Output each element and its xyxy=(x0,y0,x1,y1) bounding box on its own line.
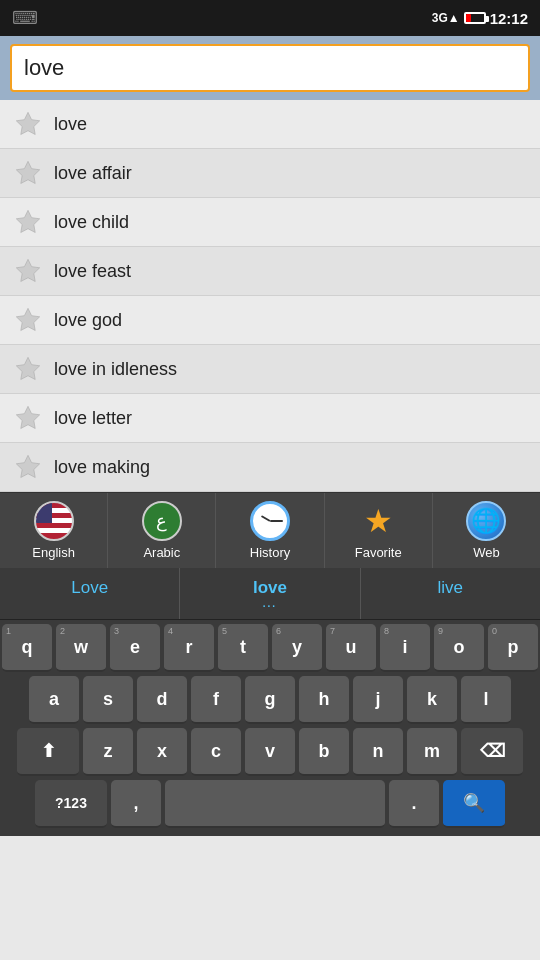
favorite-star-icon xyxy=(14,355,42,383)
key-z[interactable]: z xyxy=(83,728,133,776)
suggestion-item[interactable]: love affair xyxy=(0,149,540,198)
arabic-icon: ع xyxy=(142,501,182,541)
key-n[interactable]: n xyxy=(353,728,403,776)
time-display: 12:12 xyxy=(490,10,528,27)
word-suggestion-love[interactable]: love ... xyxy=(180,568,360,619)
keyboard-icon: ⌨ xyxy=(12,7,38,29)
key-k[interactable]: k xyxy=(407,676,457,724)
period-key[interactable]: . xyxy=(389,780,439,828)
space-key[interactable] xyxy=(165,780,385,828)
word-suggestion-love-cap[interactable]: Love xyxy=(0,568,180,619)
suggestion-text: love making xyxy=(54,457,150,478)
tab-bar: English ع Arabic History ★ Favorite 🌐 We… xyxy=(0,492,540,568)
suggestion-item[interactable]: love child xyxy=(0,198,540,247)
key-x[interactable]: x xyxy=(137,728,187,776)
suggestion-item[interactable]: love making xyxy=(0,443,540,492)
suggestion-text: love affair xyxy=(54,163,132,184)
search-input[interactable] xyxy=(10,44,530,92)
key-i[interactable]: 8i xyxy=(380,624,430,672)
status-icons: 3G▲ 12:12 xyxy=(432,10,528,27)
web-globe-icon: 🌐 xyxy=(466,501,506,541)
english-flag-icon xyxy=(34,501,74,541)
suggestion-item[interactable]: love xyxy=(0,100,540,149)
tab-favorite[interactable]: ★ Favorite xyxy=(325,493,433,568)
favorite-star-icon xyxy=(14,404,42,432)
comma-key[interactable]: , xyxy=(111,780,161,828)
key-l[interactable]: l xyxy=(461,676,511,724)
battery-icon xyxy=(464,12,486,24)
search-bar xyxy=(0,36,540,100)
keyboard-row-2: asdfghjkl xyxy=(2,676,538,724)
tab-history-label: History xyxy=(250,545,290,560)
tab-arabic[interactable]: ع Arabic xyxy=(108,493,216,568)
key-q[interactable]: 1q xyxy=(2,624,52,672)
favorite-star-icon xyxy=(14,159,42,187)
key-m[interactable]: m xyxy=(407,728,457,776)
key-v[interactable]: v xyxy=(245,728,295,776)
favorite-star-icon xyxy=(14,208,42,236)
favorite-star-icon xyxy=(14,110,42,138)
suggestion-text: love xyxy=(54,114,87,135)
suggestion-item[interactable]: love in idleness xyxy=(0,345,540,394)
suggestion-text: love child xyxy=(54,212,129,233)
tab-history[interactable]: History xyxy=(216,493,324,568)
key-o[interactable]: 9o xyxy=(434,624,484,672)
key-w[interactable]: 2w xyxy=(56,624,106,672)
key-e[interactable]: 3e xyxy=(110,624,160,672)
tab-english-label: English xyxy=(32,545,75,560)
tab-english[interactable]: English xyxy=(0,493,108,568)
key-a[interactable]: a xyxy=(29,676,79,724)
word-suggestions-row: Love love ... live xyxy=(0,568,540,620)
favorite-star-icon: ★ xyxy=(358,501,398,541)
backspace-key[interactable]: ⌫ xyxy=(461,728,523,776)
key-h[interactable]: h xyxy=(299,676,349,724)
key-y[interactable]: 6y xyxy=(272,624,322,672)
tab-favorite-label: Favorite xyxy=(355,545,402,560)
keyboard-row-4: ?123,.🔍 xyxy=(2,780,538,828)
symbol-key[interactable]: ?123 xyxy=(35,780,107,828)
status-bar: ⌨ 3G▲ 12:12 xyxy=(0,0,540,36)
search-key[interactable]: 🔍 xyxy=(443,780,505,828)
favorite-star-icon xyxy=(14,257,42,285)
history-clock-icon xyxy=(250,501,290,541)
key-f[interactable]: f xyxy=(191,676,241,724)
suggestion-text: love letter xyxy=(54,408,132,429)
suggestions-list: lovelove affairlove childlove feastlove … xyxy=(0,100,540,492)
key-r[interactable]: 4r xyxy=(164,624,214,672)
signal-icon: 3G▲ xyxy=(432,11,460,25)
suggestion-text: love god xyxy=(54,310,122,331)
key-j[interactable]: j xyxy=(353,676,403,724)
key-g[interactable]: g xyxy=(245,676,295,724)
keyboard: 1q2w3e4r5t6y7u8i9o0p asdfghjkl ⬆zxcvbnm⌫… xyxy=(0,620,540,836)
suggestion-item[interactable]: love letter xyxy=(0,394,540,443)
key-b[interactable]: b xyxy=(299,728,349,776)
suggestion-item[interactable]: love feast xyxy=(0,247,540,296)
suggestion-text: love in idleness xyxy=(54,359,177,380)
shift-key[interactable]: ⬆ xyxy=(17,728,79,776)
key-d[interactable]: d xyxy=(137,676,187,724)
keyboard-row-1: 1q2w3e4r5t6y7u8i9o0p xyxy=(2,624,538,672)
tab-web[interactable]: 🌐 Web xyxy=(433,493,540,568)
tab-web-label: Web xyxy=(473,545,500,560)
tab-arabic-label: Arabic xyxy=(143,545,180,560)
suggestion-item[interactable]: love god xyxy=(0,296,540,345)
suggestion-text: love feast xyxy=(54,261,131,282)
favorite-star-icon xyxy=(14,453,42,481)
key-p[interactable]: 0p xyxy=(488,624,538,672)
key-s[interactable]: s xyxy=(83,676,133,724)
key-t[interactable]: 5t xyxy=(218,624,268,672)
keyboard-row-3: ⬆zxcvbnm⌫ xyxy=(2,728,538,776)
favorite-star-icon xyxy=(14,306,42,334)
word-suggestion-live[interactable]: live xyxy=(361,568,540,619)
key-c[interactable]: c xyxy=(191,728,241,776)
key-u[interactable]: 7u xyxy=(326,624,376,672)
